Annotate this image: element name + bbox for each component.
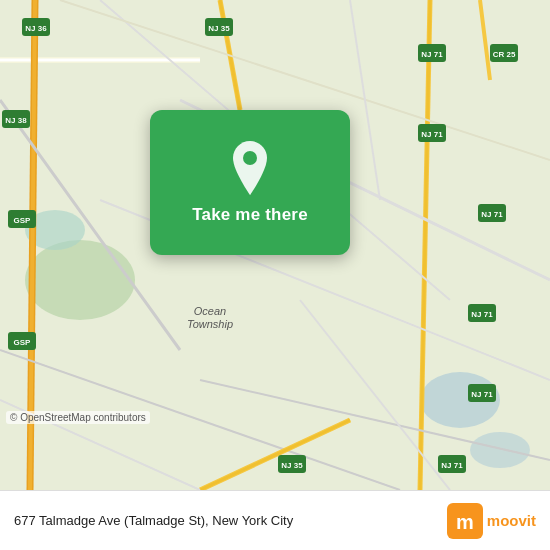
map-container: NJ 36 NJ 35 NJ 71 CR 25 NJ 38 GSP NJ 71 … [0,0,550,490]
location-pin-icon [228,141,272,195]
svg-point-4 [470,432,530,468]
moovit-logo: m moovit [447,503,536,539]
svg-text:Township: Township [187,318,233,330]
moovit-logo-text: moovit [487,512,536,529]
svg-text:m: m [456,511,474,533]
address-label: 677 Talmadge Ave (Talmadge St), New York… [14,513,447,528]
svg-text:NJ 38: NJ 38 [5,116,27,125]
bottom-bar: 677 Talmadge Ave (Talmadge St), New York… [0,490,550,550]
svg-text:NJ 71: NJ 71 [471,310,493,319]
svg-text:CR 25: CR 25 [493,50,516,59]
take-me-there-button[interactable]: Take me there [192,205,308,225]
svg-text:NJ 36: NJ 36 [25,24,47,33]
moovit-logo-icon: m [447,503,483,539]
svg-text:GSP: GSP [14,338,32,347]
svg-text:NJ 71: NJ 71 [441,461,463,470]
svg-text:NJ 35: NJ 35 [208,24,230,33]
svg-point-55 [243,151,257,165]
svg-point-1 [25,240,135,320]
svg-text:Ocean: Ocean [194,305,226,317]
svg-text:GSP: GSP [14,216,32,225]
action-card[interactable]: Take me there [150,110,350,255]
svg-text:NJ 35: NJ 35 [281,461,303,470]
svg-text:NJ 71: NJ 71 [421,130,443,139]
svg-text:NJ 71: NJ 71 [471,390,493,399]
map-attribution: © OpenStreetMap contributors [6,411,150,424]
svg-text:NJ 71: NJ 71 [481,210,503,219]
svg-text:NJ 71: NJ 71 [421,50,443,59]
